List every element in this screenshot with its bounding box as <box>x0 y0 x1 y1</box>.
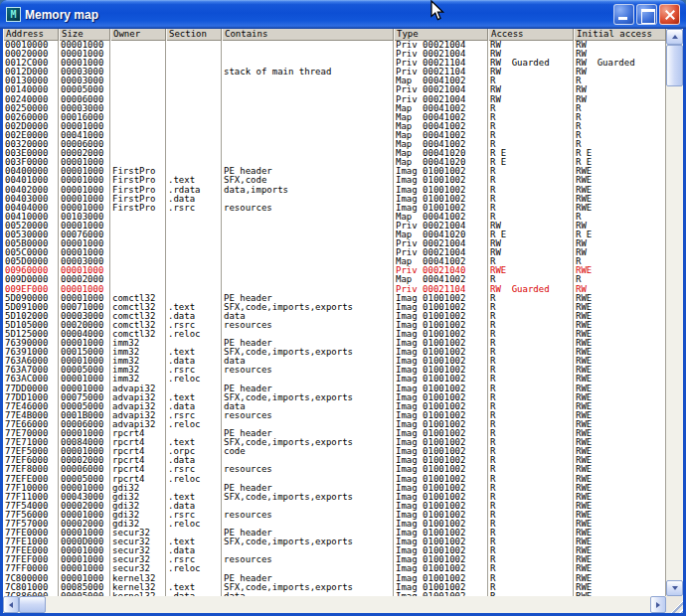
cell-section <box>166 574 222 583</box>
column-header-size[interactable]: Size <box>59 29 110 41</box>
table-row[interactable]: 0001000000001000Priv 00021004RWRW <box>3 41 666 50</box>
table-row[interactable]: 0040000000001000FirstProPE headerImag 01… <box>3 167 666 176</box>
table-row[interactable]: 0012C00000001000Priv 00021104RW GuardedR… <box>3 59 666 68</box>
memory-map-icon[interactable]: M <box>6 7 21 22</box>
table-row[interactable]: 0032000000006000Map 00041002RR <box>3 140 666 149</box>
table-row[interactable]: 77E7000000001000rpcrt4PE headerImag 0100… <box>3 429 666 438</box>
table-row[interactable]: 0025000000003000Map 00041002RR <box>3 104 666 113</box>
table-row[interactable]: 5D10200000003000comctl32.datadataImag 01… <box>3 312 666 321</box>
scroll-left-button[interactable] <box>3 596 19 613</box>
table-row[interactable]: 77DD100000075000advapi32.textSFX,code,im… <box>3 393 666 402</box>
scroll-up-button[interactable] <box>666 29 683 45</box>
column-header-address[interactable]: Address <box>3 29 59 41</box>
table-row[interactable]: 77EF800000006000rpcrt4.rsrcresourcesImag… <box>3 465 666 474</box>
table-row[interactable]: 0040100000001000FirstPro.textSFX,codeIma… <box>3 176 666 185</box>
table-row[interactable]: 0041000000103000Map 00041002RR <box>3 213 666 222</box>
titlebar[interactable]: M Memory map <box>0 0 686 29</box>
cell-contains: data <box>222 312 394 321</box>
table-row[interactable]: 5D09100000071000comctl32.textSFX,code,im… <box>3 303 666 312</box>
table-row[interactable]: 0096000000001000Priv 00021040RWERWE <box>3 266 666 275</box>
column-header-initial[interactable]: Initial access <box>574 29 666 41</box>
table-row[interactable]: 7C80100000085000kernel32.textSFX,code,im… <box>3 583 666 592</box>
table-row[interactable]: 009EF00000001000Priv 00021104RW GuardedR… <box>3 285 666 294</box>
column-header-access[interactable]: Access <box>488 29 574 41</box>
cell-access: R <box>488 375 574 384</box>
table-row[interactable]: 005B000000001000Priv 00021004RWRW <box>3 239 666 248</box>
table-row[interactable]: 77F1000000001000gdi32PE headerImag 01001… <box>3 484 666 493</box>
cell-initial: RW <box>574 285 666 294</box>
table-row[interactable]: 763A600000001000imm32.datadataImag 01001… <box>3 357 666 366</box>
vertical-scrollbar[interactable] <box>666 29 683 596</box>
table-row[interactable]: 5D10500000020000comctl32.rsrcresourcesIm… <box>3 321 666 330</box>
column-header-section[interactable]: Section <box>166 29 222 41</box>
table-row[interactable]: 77F5400000002000gdi32.dataImag 01001002R… <box>3 502 666 511</box>
cell-access: R <box>488 104 574 113</box>
cell-address: 003E0000 <box>3 149 59 158</box>
table-row[interactable]: 77E4B0000001B000advapi32.rsrcresourcesIm… <box>3 411 666 420</box>
table-row[interactable]: 002D000000001000Map 00041002RR <box>3 122 666 131</box>
cell-owner <box>110 275 166 284</box>
table-row[interactable]: 0002000000001000Priv 00021004RWRW <box>3 50 666 59</box>
table-row[interactable]: 77E4600000005000advapi32.datadataImag 01… <box>3 402 666 411</box>
table-row[interactable]: 5D12500000004000comctl32.relocImag 01001… <box>3 330 666 339</box>
table-row[interactable]: 77FE10000000D000secur32.textSFX,code,imp… <box>3 538 666 546</box>
cell-address: 77FE1000 <box>3 538 59 546</box>
table-row[interactable]: 77DD000000001000advapi32PE headerImag 01… <box>3 385 666 393</box>
column-header-contains[interactable]: Contains <box>222 29 394 41</box>
table-row[interactable]: 77EFE00000005000rpcrt4.relocImag 0100100… <box>3 475 666 484</box>
table-row[interactable]: 0052000000001000Priv 00021004RWRW <box>3 222 666 231</box>
table-row[interactable]: 0012D00000003000stack of main threadPriv… <box>3 68 666 77</box>
column-header-owner[interactable]: Owner <box>110 29 166 41</box>
vertical-scroll-thumb[interactable] <box>666 45 683 86</box>
horizontal-scrollbar[interactable] <box>3 596 666 613</box>
table-row[interactable]: 0013000000003000Map 00041002RR <box>3 77 666 85</box>
minimize-button[interactable] <box>613 4 634 25</box>
table-row[interactable]: 5D09000000001000comctl32PE headerImag 01… <box>3 294 666 303</box>
table-row[interactable]: 77E6600000006000advapi32.relocImag 01001… <box>3 420 666 429</box>
scroll-right-button[interactable] <box>650 596 666 613</box>
scroll-down-button[interactable] <box>666 580 683 596</box>
table-row[interactable]: 77E7100000084000rpcrt4.textSFX,code,impo… <box>3 438 666 447</box>
table-row[interactable]: 77FE000000001000secur32PE headerImag 010… <box>3 529 666 538</box>
table-row[interactable]: 0040300000001000FirstPro.dataImag 010010… <box>3 195 666 204</box>
cell-access: R <box>488 520 574 529</box>
table-row[interactable]: 763A700000005000imm32.rsrcresourcesImag … <box>3 366 666 375</box>
table-row[interactable]: 763AC00000001000imm32.relocImag 01001002… <box>3 375 666 384</box>
table-row[interactable]: 7639000000001000imm32PE headerImag 01001… <box>3 339 666 348</box>
table-row[interactable]: 0014000000005000Priv 00021004RWRW <box>3 85 666 94</box>
cell-section <box>166 59 222 68</box>
table-row[interactable]: 0024000000006000Priv 00021004RWRW <box>3 95 666 104</box>
maximize-button[interactable] <box>636 4 657 25</box>
cell-initial: RW <box>574 95 666 104</box>
table-row[interactable]: 77EF600000002000rpcrt4.dataImag 01001002… <box>3 456 666 465</box>
table-row[interactable]: 009D000000002000Map 00041002RR <box>3 275 666 284</box>
cell-section: .rdata <box>166 186 222 195</box>
table-row[interactable]: 7639100000015000imm32.textSFX,code,impor… <box>3 348 666 357</box>
close-button[interactable] <box>659 4 680 25</box>
resize-grip-icon[interactable] <box>666 596 683 613</box>
table-row[interactable]: 0026000000016000Map 00041002RR <box>3 113 666 122</box>
cell-type: Priv 00021104 <box>394 285 488 294</box>
table-row[interactable]: 0040400000001000FirstPro.rsrcresourcesIm… <box>3 204 666 213</box>
cell-type: Imag 01001002 <box>394 447 488 456</box>
table-row[interactable]: 0053000000076000Map 00041020R ER E <box>3 231 666 239</box>
table-row[interactable]: 7C80000000001000kernel32PE headerImag 01… <box>3 574 666 583</box>
table-row[interactable]: 003E000000002000Map 00041020R ER E <box>3 149 666 158</box>
column-header-type[interactable]: Type <box>394 29 488 41</box>
table-row[interactable]: 0040200000001000FirstPro.rdatadata,impor… <box>3 186 666 195</box>
cell-size: 00075000 <box>59 393 110 402</box>
table-row[interactable]: 005D000000003000Map 00041002RR <box>3 257 666 266</box>
cell-initial: R <box>574 131 666 140</box>
table-row[interactable]: 005C000000001000Priv 00021004RWRW <box>3 248 666 257</box>
table-row[interactable]: 003F000000001000Map 00041020R ER E <box>3 158 666 167</box>
table-row[interactable]: 77FEE00000001000secur32.dataImag 0100100… <box>3 546 666 555</box>
horizontal-scroll-thumb[interactable] <box>19 596 46 613</box>
table-row[interactable]: 77FEF00000001000secur32.rsrcresourcesIma… <box>3 555 666 564</box>
table-body[interactable]: 0001000000001000Priv 00021004RWRW0002000… <box>3 41 666 596</box>
table-row[interactable]: 77F1100000043000gdi32.textSFX,code,impor… <box>3 493 666 502</box>
table-row[interactable]: 77F5600000001000gdi32.rsrcresourcesImag … <box>3 511 666 520</box>
table-row[interactable]: 77EF500000001000rpcrt4.orpccodeImag 0100… <box>3 447 666 456</box>
table-row[interactable]: 77FF000000001000secur32.relocImag 010010… <box>3 564 666 573</box>
table-row[interactable]: 77F5700000002000gdi32.relocImag 01001002… <box>3 520 666 529</box>
table-row[interactable]: 002E000000041000Map 00041002RR <box>3 131 666 140</box>
